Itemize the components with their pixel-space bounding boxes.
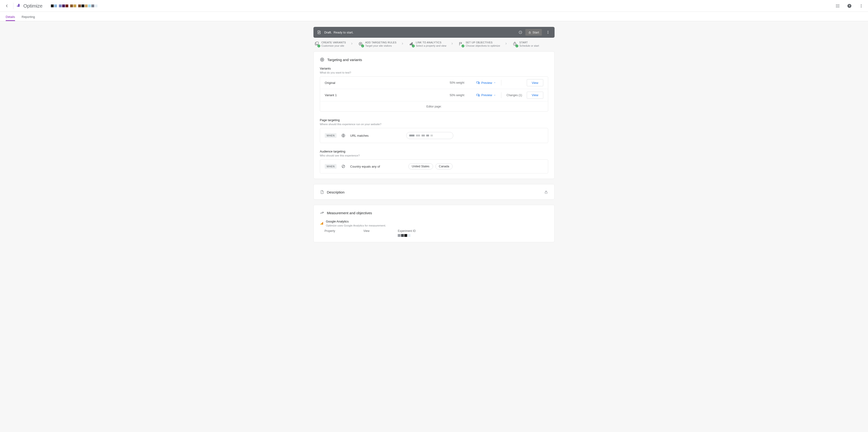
start-button[interactable]: Start (525, 29, 542, 36)
changes-text[interactable]: Changes (1) (506, 93, 527, 97)
svg-point-31 (322, 59, 322, 60)
step-title: ADD TARGETING RULES (365, 41, 397, 44)
step[interactable]: ADD TARGETING RULESTarget your site visi… (358, 41, 397, 47)
svg-rect-1 (18, 4, 20, 7)
preview-label: Preview (481, 93, 492, 97)
target-icon (320, 57, 324, 62)
step-sub: Target your site visitors (365, 44, 397, 47)
svg-point-14 (861, 5, 862, 6)
audience-value-pill[interactable]: United States (408, 163, 433, 169)
variant-weight: 50% weight (436, 81, 464, 84)
description-card[interactable]: Description (313, 184, 555, 200)
swatch (88, 4, 91, 7)
targeting-heading: Targeting and variants (327, 58, 362, 62)
step-title: START (520, 41, 539, 44)
more-vert-icon (859, 4, 863, 8)
page-targeting-label: Page targeting (320, 118, 548, 122)
header-divider (13, 3, 13, 9)
audience-targeting-hint: Who should see this experience? (320, 154, 548, 157)
audience-rule-text: Country equals any of (350, 165, 380, 168)
tab-reporting[interactable]: Reporting (22, 13, 35, 21)
chevron-right-icon (401, 42, 404, 45)
svg-point-24 (360, 44, 361, 45)
experiment-id-value (398, 234, 415, 237)
audience-value-pill[interactable]: Canada (435, 163, 453, 169)
when-chip: WHEN (325, 133, 337, 138)
view-button[interactable]: View (527, 79, 543, 86)
google-analytics-icon (320, 222, 323, 225)
audience-targeting-rule[interactable]: WHEN Country equals any of United States… (320, 159, 548, 173)
preview-button[interactable]: Preview (476, 81, 496, 85)
header-actions: ? (834, 2, 865, 10)
lock-icon (544, 190, 548, 194)
measurement-card: Measurement and objectives Google Analyt… (313, 205, 555, 242)
chevron-right-icon (350, 42, 353, 45)
page-targeting-rule[interactable]: WHEN URL matches (320, 128, 548, 143)
status-overflow-button[interactable] (545, 30, 551, 34)
variant-weight: 50% weight (436, 93, 464, 97)
swatch (404, 234, 407, 237)
svg-point-18 (548, 31, 549, 32)
tab-details[interactable]: Details (6, 13, 15, 21)
variant-row[interactable]: Original50% weightPreviewView (320, 77, 548, 89)
step[interactable]: STARTSchedule or start (512, 41, 539, 47)
step-title: SET UP OBJECTIVES (466, 41, 500, 44)
svg-point-7 (839, 5, 839, 6)
trending-up-icon (320, 211, 324, 215)
step-title: CREATE VARIANTS (321, 41, 346, 44)
swatch (51, 4, 54, 7)
step-sub: Customize your site (321, 44, 346, 47)
view-button[interactable]: View (527, 92, 543, 99)
more-vert-icon (546, 30, 550, 34)
step[interactable]: SET UP OBJECTIVESChoose objectives to op… (458, 41, 500, 47)
svg-rect-40 (321, 223, 322, 225)
help-button[interactable]: ? (845, 2, 854, 10)
svg-rect-22 (316, 42, 318, 44)
svg-point-15 (861, 7, 862, 7)
lock-icon (528, 31, 531, 34)
variant-name: Variant 1 (325, 93, 436, 97)
swatch (59, 4, 62, 7)
brand[interactable]: Optimize (16, 3, 42, 9)
ga-hint: Optimize uses Google Analytics for measu… (326, 224, 386, 227)
preview-label: Preview (481, 81, 492, 85)
swatch-group (78, 4, 97, 7)
tabs: Details Reporting (0, 12, 868, 21)
swatch (398, 234, 401, 237)
preview-button[interactable]: Preview (476, 93, 496, 97)
header-swatches (51, 4, 97, 7)
draft-icon (317, 30, 321, 35)
divider (501, 80, 501, 86)
variant-row[interactable]: Variant 150% weightPreviewChanges (1)Vie… (320, 89, 548, 101)
overflow-menu-button[interactable] (857, 2, 865, 10)
swatch (401, 234, 404, 237)
description-icon (320, 190, 324, 194)
svg-rect-35 (478, 95, 479, 96)
svg-point-2 (836, 4, 837, 5)
step-icon (314, 41, 319, 47)
step-icon (458, 41, 464, 47)
step[interactable]: CREATE VARIANTSCustomize your site (314, 41, 346, 47)
step-sub: Schedule or start (520, 44, 539, 47)
app-header: Optimize ? (0, 0, 868, 12)
experiment-id-label: Experiment ID (398, 229, 415, 233)
svg-rect-33 (478, 82, 479, 84)
step[interactable]: LINK TO ANALYTICSSelect a property and v… (408, 41, 446, 47)
svg-rect-25 (410, 44, 410, 45)
user-pref-button[interactable] (834, 2, 842, 10)
swatch (78, 4, 81, 7)
svg-point-19 (548, 32, 549, 33)
caret-down-icon (494, 82, 496, 84)
help-icon: ? (847, 3, 852, 8)
svg-rect-39 (320, 224, 321, 225)
step-sub: Choose objectives to optimize (466, 44, 500, 47)
url-match-field[interactable] (406, 132, 453, 139)
svg-point-13 (861, 4, 862, 5)
schedule-icon[interactable] (518, 30, 523, 34)
back-button[interactable] (3, 2, 11, 10)
chevron-right-icon (451, 42, 454, 45)
step-icon (512, 41, 518, 47)
swatch-group (70, 4, 76, 7)
targeting-card: Targeting and variants Variants What do … (313, 51, 555, 179)
svg-point-10 (839, 7, 839, 7)
